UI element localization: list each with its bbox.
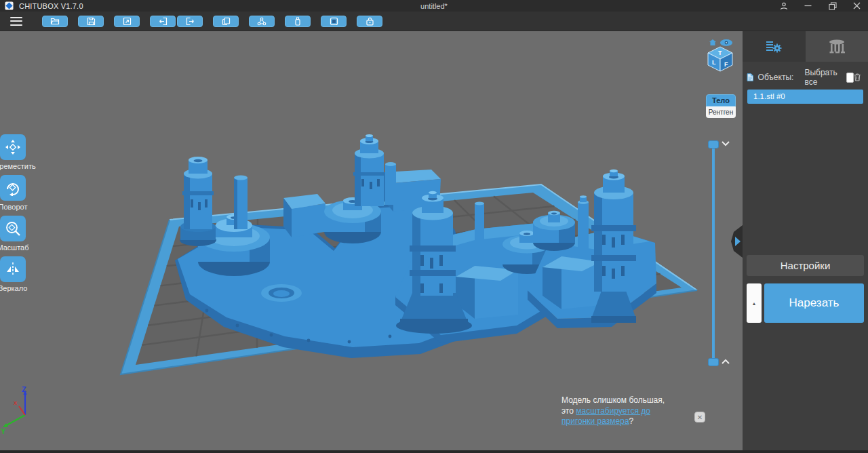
render-mode-toggle: Тело Рентген [706,94,736,118]
objects-label: Объекты: [758,73,794,82]
lock-button[interactable] [357,16,382,27]
save-icon [87,17,96,26]
menu-button[interactable] [10,17,22,26]
objects-header-row: Объекты: Выбрать все [743,70,868,85]
resin-bottle-icon [294,17,302,26]
warning-line1: Модель слишком большая, [561,395,665,405]
screenshot-icon [123,17,132,26]
plate-icon [330,17,338,26]
minimize-button[interactable] [804,1,812,10]
bottom-strip [0,450,868,453]
lock-icon [366,17,374,26]
panel-expand-handle[interactable] [731,225,743,258]
network-icon [257,17,267,26]
warning-prefix: это [561,406,576,416]
import-icon [159,17,167,26]
layer-slider-handle-bottom[interactable] [708,358,719,366]
slice-options-button[interactable]: ▲ [747,283,762,323]
restore-button[interactable] [828,1,837,10]
layer-slider-track[interactable] [712,144,715,363]
open-file-button[interactable] [42,16,68,27]
body-mode-button[interactable]: Тело [706,94,736,106]
rotate-tool-button[interactable] [0,175,26,201]
rotate-tool-label: Поворот [0,203,38,211]
user-account-icon[interactable] [779,1,788,10]
scale-icon [5,220,21,237]
triangle-up-icon: ▲ [752,301,757,306]
cube-face-front: F [724,61,728,68]
object-list-item[interactable]: 1.1.stl #0 [747,90,863,104]
axis-y-label: Y [1,427,6,435]
scale-tool-button[interactable] [0,216,26,241]
copy-button[interactable] [213,16,239,27]
move-tool-label: Переместить [0,162,38,170]
axis-gizmo: Z Y X [0,385,41,436]
axis-x-label: X [14,400,18,406]
select-all-checkbox[interactable] [846,73,854,83]
right-panel: Объекты: Выбрать все 1.1.stl #0 Настройк… [743,31,868,450]
save-button[interactable] [78,16,104,27]
tab-support[interactable] [806,31,868,62]
tab-slice-settings[interactable] [743,31,806,62]
settings-button[interactable]: Настройки [747,255,864,276]
copy-icon [222,17,231,26]
export-button[interactable] [177,16,203,27]
layer-slider-handle-top[interactable] [708,140,719,149]
axis-z-label: Z [22,385,26,393]
view-cube-widget[interactable]: T L F [704,38,736,75]
document-icon [747,72,754,83]
scale-warning-toast: Модель слишком большая, это масштабирует… [561,395,708,427]
document-title: untitled* [420,2,448,10]
eye-icon[interactable] [720,39,732,46]
viewport: Переместить Поворот Масштаб [0,31,743,450]
cube-face-top: T [718,50,722,56]
mirror-tool-button[interactable] [0,256,26,282]
folder-icon [50,17,60,26]
app-logo-icon [5,1,14,10]
chevron-down-icon[interactable] [721,140,730,146]
slice-row: ▲ Нарезать [747,283,864,323]
select-all-label: Выбрать все [804,68,840,87]
slice-button[interactable]: Нарезать [764,283,864,323]
resin-button[interactable] [285,16,311,27]
mirror-icon [5,261,21,277]
home-icon[interactable] [709,39,716,45]
scale-tool-label: Масштаб [0,243,38,252]
warning-close-button[interactable]: ✕ [694,412,705,422]
xray-mode-button[interactable]: Рентген [706,106,736,118]
support-structure-icon [827,39,846,55]
main-toolbar [0,12,868,31]
export-icon [186,17,195,26]
capture-button[interactable] [114,16,140,27]
cube-face-left: L [712,59,716,66]
transform-toolbar: Переместить Поворот Масштаб [0,134,38,297]
panel-tabs [743,31,868,62]
orientation-cube[interactable]: T L F [708,47,732,71]
arrange-button[interactable] [249,16,275,27]
mirror-tool-label: Зеркало [0,284,38,292]
viewport-canvas[interactable] [0,31,743,450]
plate-button[interactable] [321,16,347,27]
rotate-icon [5,180,21,196]
warning-suffix: ? [629,416,634,426]
app-title: CHITUBOX V1.7.0 [19,2,83,10]
trash-icon[interactable] [854,72,861,83]
close-button[interactable] [852,1,861,10]
chevron-up-icon[interactable] [721,359,730,366]
move-tool-button[interactable] [0,134,26,160]
title-bar: CHITUBOX V1.7.0 untitled* [0,0,868,12]
move-icon [5,139,21,155]
slice-settings-icon [765,39,783,54]
import-button[interactable] [150,16,176,27]
